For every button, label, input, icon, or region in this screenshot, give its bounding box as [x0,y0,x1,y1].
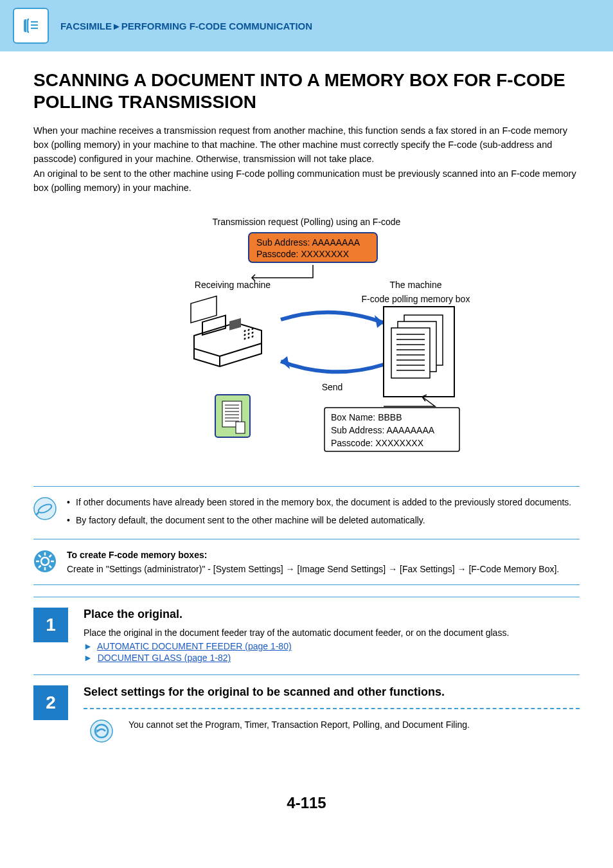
note-icon [33,497,57,520]
prohibit-icon [90,719,113,743]
arrow-icon: ► [84,641,93,651]
intro-p2: An original to be sent to the other mach… [33,167,580,195]
svg-point-6 [244,330,246,332]
step-2: 2 Select settings for the original to be… [33,674,580,743]
svg-rect-5 [229,318,241,330]
box-name: Box Name: BBBB [331,412,402,422]
step2-restriction: You cannot set the Program, Timer, Trans… [129,718,470,732]
step-1: 1 Place the original. Place the original… [33,597,580,664]
dashed-divider [84,708,580,709]
step2-title: Select settings for the original to be s… [84,685,580,699]
fax-machine-icon [191,296,262,366]
gear-icon [33,550,57,573]
diagram-passcode: Passcode: XXXXXXXX [256,249,350,259]
svg-point-40 [34,498,56,520]
box-pass: Passcode: XXXXXXXX [331,438,424,448]
step-number-2: 2 [33,685,68,720]
note-info: If other documents have already been sto… [33,493,580,534]
received-doc-icon [215,395,250,437]
breadcrumb[interactable]: FACSIMILE►PERFORMING F-CODE COMMUNICATIO… [60,21,312,32]
link-adf-anchor[interactable]: AUTOMATIC DOCUMENT FEEDER (page 1-80) [97,641,292,651]
page-number: 4-115 [33,794,580,812]
diagram-title: Transmission request (Polling) using an … [213,217,401,227]
svg-point-9 [244,334,246,336]
svg-point-14 [252,335,254,338]
svg-point-13 [248,336,250,339]
svg-point-10 [248,332,250,335]
page-title: SCANNING A DOCUMENT INTO A MEMORY BOX FO… [33,69,580,113]
arrow-icon: ► [84,653,93,663]
memory-box-icon [384,307,454,397]
intro-p1: When your machine receives a transmissio… [33,124,580,166]
step1-title: Place the original. [84,608,509,621]
arrows-icon [281,312,384,372]
svg-point-11 [252,331,254,334]
svg-rect-38 [236,422,245,433]
link-glass-anchor[interactable]: DOCUMENT GLASS (page 1-82) [98,653,231,663]
fcode-diagram: Transmission request (Polling) using an … [107,213,506,471]
link-glass: ► DOCUMENT GLASS (page 1-82) [84,653,509,663]
divider [33,486,580,487]
box-sub: Sub Address: AAAAAAAA [331,425,435,435]
note2-body: Create in "Settings (administrator)" - [… [67,564,559,574]
recv-label: Receiving machine [195,280,271,290]
link-adf: ► AUTOMATIC DOCUMENT FEEDER (page 1-80) [84,641,509,651]
box-label: F-code polling memory box [362,294,470,304]
note1-b2: By factory default, the document sent to… [67,514,571,528]
send-label: Send [322,382,343,392]
diagram-sub-addr: Sub Address: AAAAAAAA [256,237,360,248]
header-bar: FACSIMILE►PERFORMING F-CODE COMMUNICATIO… [0,0,613,51]
mach-label: The machine [390,280,442,290]
svg-point-53 [91,720,112,742]
note1-b1: If other documents have already been sto… [67,496,571,510]
step1-desc: Place the original in the document feede… [84,626,509,640]
note-settings: To create F-code memory boxes: Create in… [33,546,580,579]
note2-heading: To create F-code memory boxes: [67,548,559,563]
intro-text: When your machine receives a transmissio… [33,124,580,195]
divider [33,584,580,585]
divider [33,539,580,539]
svg-point-7 [248,329,250,331]
step-number-1: 1 [33,608,68,642]
svg-point-12 [244,338,246,340]
page-content: SCANNING A DOCUMENT INTO A MEMORY BOX FO… [0,51,613,838]
facsimile-icon [13,8,49,44]
